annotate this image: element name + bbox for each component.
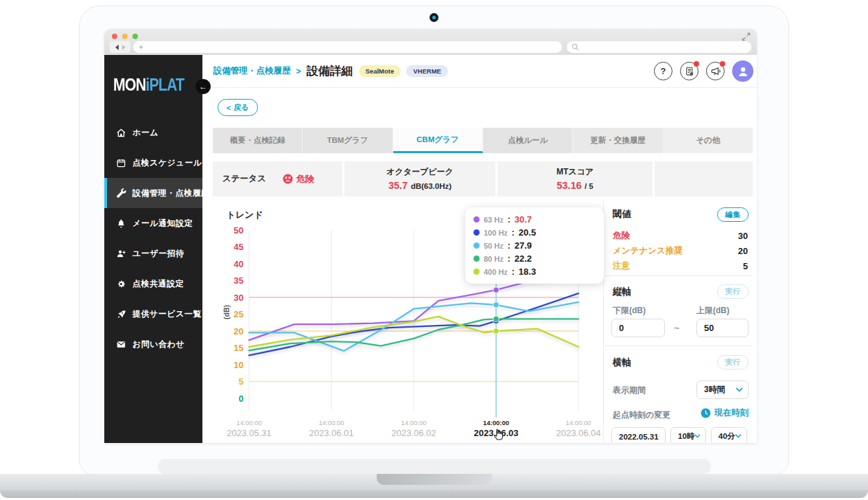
svg-text:14:00:00: 14:00:00 <box>319 419 344 427</box>
origin-date-input[interactable]: 2022.05.31 <box>611 427 666 443</box>
section-divider <box>605 275 753 276</box>
sidebar-item-contact[interactable]: お問い合わせ <box>104 329 202 359</box>
sidebar-item-schedule[interactable]: 点検スケジュール <box>104 148 202 178</box>
svg-text:10: 10 <box>234 360 244 370</box>
tooltip-series-value: 20.5 <box>519 227 536 238</box>
octave-peak-number: 35.7 <box>388 180 408 191</box>
series-dot-icon <box>473 269 480 275</box>
tooltip-series-label: 80 Hz <box>484 255 504 263</box>
svg-text:14:00:00: 14:00:00 <box>566 419 591 427</box>
chevron-left-icon: ← <box>199 82 207 91</box>
svg-text:2023.05.31: 2023.05.31 <box>226 428 271 438</box>
url-bar[interactable]: + <box>133 41 562 53</box>
breadcrumb-parent-link[interactable]: 設備管理・点検履歴 <box>213 65 291 77</box>
sidebar-collapse-button[interactable]: ← <box>196 79 211 94</box>
chevron-down-icon <box>736 387 743 392</box>
status-label: ステータス <box>222 173 266 185</box>
svg-text:14:00:00: 14:00:00 <box>483 419 509 427</box>
forward-nav-button[interactable] <box>122 45 126 50</box>
tab-tbm-graph[interactable]: TBMグラフ <box>303 128 392 153</box>
tab-history[interactable]: 更新・交換履歴 <box>573 128 663 153</box>
current-time-link[interactable]: 現在時刻 <box>701 407 749 419</box>
edit-threshold-button[interactable]: 編集 <box>717 207 749 222</box>
person-icon <box>736 64 751 79</box>
status-row: ステータス 危険 オクターブピーク 35.7 dB(63.0Hz) <box>213 161 753 196</box>
gear-icon <box>116 279 126 289</box>
sidebar-item-invite[interactable]: ユーザー招待 <box>104 238 202 269</box>
tab-other[interactable]: その他 <box>664 128 753 153</box>
threshold-rows: 危険30メンテナンス推奨20注意5 <box>613 228 748 273</box>
search-bar[interactable] <box>567 41 751 53</box>
tooltip-row: 400 Hz:18.3 <box>473 265 596 278</box>
display-period-select[interactable]: 3時間 <box>696 380 749 399</box>
origin-hour-select[interactable]: 10時 <box>670 427 706 443</box>
tab-label: CBMグラフ <box>417 135 459 145</box>
user-plus-icon <box>116 249 126 259</box>
announcements-button[interactable] <box>706 62 725 80</box>
help-button[interactable]: ? <box>654 62 672 80</box>
megaphone-icon <box>710 66 721 77</box>
clock-icon <box>701 408 711 418</box>
chevron-down-icon <box>735 434 742 438</box>
sidebar-item-mail-settings[interactable]: メール通知設定 <box>104 208 202 238</box>
sidebar-item-home[interactable]: ホーム <box>104 117 202 148</box>
vertical-axis-section-title: 縦軸 <box>613 286 631 298</box>
vertical-axis-execute-button[interactable]: 実行 <box>717 284 749 299</box>
upper-limit-input[interactable]: 50 <box>696 319 749 337</box>
back-button-label: 戻る <box>233 102 248 113</box>
threshold-section-title: 閾値 <box>613 208 631 220</box>
svg-text:14:00:00: 14:00:00 <box>237 419 262 427</box>
tab-overview[interactable]: 概要・点検記録 <box>213 128 303 153</box>
home-icon <box>116 128 126 138</box>
back-nav-button[interactable] <box>115 45 119 50</box>
threshold-row: 注意5 <box>613 258 748 273</box>
threshold-label: 危険 <box>613 230 630 242</box>
back-button[interactable]: < 戻る <box>218 99 258 116</box>
origin-minute-select[interactable]: 40分 <box>711 427 747 443</box>
release-notes-button[interactable] <box>680 62 699 80</box>
mt-score-value: 53.16 / 5 <box>556 179 594 192</box>
svg-text:35: 35 <box>234 275 244 286</box>
horizontal-axis-execute-button[interactable]: 実行 <box>717 355 749 370</box>
svg-text:25: 25 <box>234 309 244 319</box>
tooltip-colon: : <box>508 241 511 251</box>
breadcrumb: 設備管理・点検履歴 > 設備詳細 SealMote VHERME <box>213 55 448 87</box>
app-header: 設備管理・点検履歴 > 設備詳細 SealMote VHERME ? <box>202 55 757 88</box>
maximize-window-button[interactable] <box>132 34 138 39</box>
notification-dot <box>720 61 725 67</box>
window-controls <box>112 34 138 39</box>
bell-icon <box>116 218 126 229</box>
svg-text:2023.06.02: 2023.06.02 <box>391 428 436 438</box>
tab-bar: 概要・点検記録TBMグラフCBMグラフ点検ルール更新・交換履歴その他 <box>213 128 753 153</box>
series-dot-icon <box>473 242 480 249</box>
user-avatar[interactable] <box>732 60 753 82</box>
svg-text:45: 45 <box>234 242 244 252</box>
sidebar-item-label: 点検共通設定 <box>132 278 184 290</box>
search-icon <box>572 43 579 51</box>
status-empty-cell <box>655 161 753 196</box>
notification-dot <box>694 61 699 67</box>
close-window-button[interactable] <box>112 34 117 39</box>
tab-cbm-graph[interactable]: CBMグラフ <box>393 128 483 153</box>
lower-limit-input[interactable]: 0 <box>611 319 665 337</box>
svg-text:5: 5 <box>239 376 244 387</box>
svg-text:15: 15 <box>234 343 244 353</box>
sidebar-item-services[interactable]: 提供サービス一覧 <box>104 299 202 329</box>
lower-limit-label: 下限(dB) <box>613 305 646 317</box>
octave-peak-cell: オクターブピーク 35.7 dB(63.0Hz) <box>344 161 495 196</box>
status-value: 危険 <box>283 173 314 185</box>
sidebar-item-label: 点検スケジュール <box>132 157 202 169</box>
tab-label: 更新・交換履歴 <box>590 135 646 146</box>
sidebar-item-equipment[interactable]: 設備管理・点検履歴 <box>104 178 202 208</box>
threshold-value: 5 <box>743 261 748 271</box>
octave-peak-value: 35.7 dB(63.0Hz) <box>388 179 451 192</box>
history-buttons <box>110 41 130 53</box>
sidebar-item-label: メール通知設定 <box>132 218 193 229</box>
tab-rules[interactable]: 点検ルール <box>483 128 573 153</box>
section-divider <box>605 345 753 346</box>
minimize-window-button[interactable] <box>122 34 128 39</box>
page-title: 設備詳細 <box>307 63 353 79</box>
current-time-label: 現在時刻 <box>714 407 749 419</box>
sidebar-item-common-settings[interactable]: 点検共通設定 <box>104 269 202 299</box>
sidebar-item-label: ホーム <box>132 127 159 139</box>
